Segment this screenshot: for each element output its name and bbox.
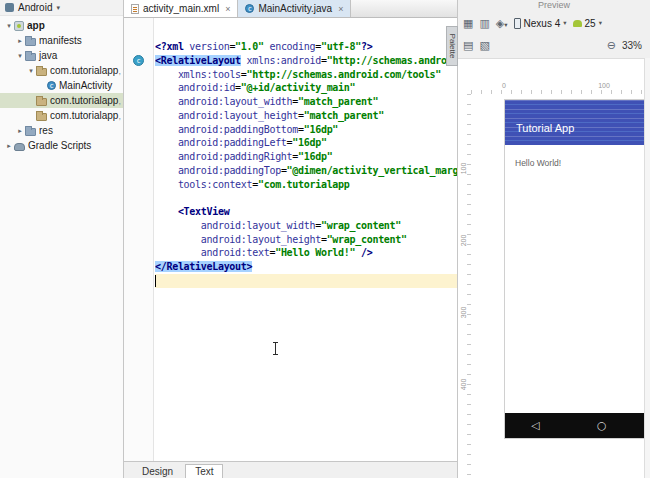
v-ruler-label: 400: [460, 377, 467, 393]
editor-tab-activity-main-xml[interactable]: activity_main.xml×: [124, 0, 238, 17]
tree-item-label: java: [39, 50, 57, 61]
api-level-label: 25: [585, 18, 596, 29]
code-token: "match_parent": [298, 96, 378, 107]
code-text[interactable]: <?xml version="1.0" encoding="utf-8"?><R…: [155, 40, 457, 288]
code-token: xmlns:android: [247, 55, 321, 66]
code-token: android:text: [201, 247, 270, 258]
tree-down-arrow-icon[interactable]: ▾: [4, 22, 14, 30]
code-token: "utf-8": [321, 41, 361, 52]
h-ruler-label: 100: [598, 82, 610, 89]
editor-tab-mainactivity-java[interactable]: cMainActivity.java×: [238, 0, 351, 17]
tree-down-arrow-icon[interactable]: ▾: [15, 52, 25, 60]
tree-right-arrow-icon[interactable]: ▸: [4, 142, 14, 150]
code-token: [155, 110, 178, 121]
tree-item-com-tutorialapp[interactable]: ▾com.tutorialapp,: [0, 63, 123, 78]
code-line: <RelativeLayout xmlns:android="http://sc…: [155, 54, 457, 68]
code-line: android:layout_width="wrap_content": [155, 219, 457, 233]
tree-item-suffix: ,: [118, 66, 121, 76]
orientation-icon[interactable]: ▤: [463, 40, 473, 51]
project-view-icon: [5, 3, 14, 12]
code-token: <TextView: [178, 206, 230, 217]
close-tab-icon[interactable]: ×: [225, 4, 230, 14]
code-token: android:paddingLeft: [178, 137, 287, 148]
code-token: "http://schemas.android.com/tools": [247, 69, 442, 80]
code-line: <?xml version="1.0" encoding="utf-8"?>: [155, 40, 457, 54]
tree-item-java[interactable]: ▾java: [0, 48, 123, 63]
api-level-selector[interactable]: 25 ▾: [573, 18, 602, 29]
code-line: [155, 191, 457, 205]
v-ruler-label: 200: [460, 233, 467, 249]
code-token: android:layout_height: [178, 110, 298, 121]
ui-variant-icon[interactable]: ▧: [479, 40, 489, 51]
editor-mode-tab-design[interactable]: Design: [132, 464, 183, 478]
tree-item-gradle-scripts[interactable]: ▸Gradle Scripts: [0, 138, 123, 153]
code-token: android:layout_height: [201, 234, 321, 245]
code-token: "16dp": [292, 137, 326, 148]
preview-scrollbar[interactable]: [644, 58, 650, 478]
tree-down-arrow-icon[interactable]: ▾: [26, 67, 36, 75]
tree-item-suffix: ,: [118, 111, 121, 121]
tree-item-com-tutorialapp[interactable]: com.tutorialapp,: [0, 93, 123, 108]
code-editor[interactable]: c <?xml version="1.0" encoding="utf-8"?>…: [124, 18, 457, 461]
folder-icon: [25, 38, 36, 46]
tree-item-res[interactable]: ▸res: [0, 123, 123, 138]
layout-options-icon[interactable]: ▦: [463, 18, 473, 29]
preview-toolbar-row1: ▦ ▥ ◈▾ Nexus 4 ▾ 25 ▾: [463, 13, 648, 33]
tree-item-label: com.tutorialapp: [50, 95, 118, 106]
code-line: android:id="@+id/activity_main": [155, 81, 457, 95]
tree-item-mainactivity[interactable]: cMainActivity: [0, 78, 123, 93]
palette-side-tab[interactable]: Palette: [446, 26, 458, 66]
code-token: [155, 96, 178, 107]
code-token: android:paddingTop: [178, 165, 281, 176]
class-icon: c: [245, 4, 254, 13]
code-token: android:paddingRight: [178, 151, 292, 162]
tree-item-com-tutorialapp[interactable]: com.tutorialapp,: [0, 108, 123, 123]
tree-item-label: com.tutorialapp: [50, 110, 118, 121]
theme-selector-icon[interactable]: ◈▾: [496, 18, 508, 29]
render-mode-icon[interactable]: ▥: [479, 18, 489, 29]
tree-right-arrow-icon[interactable]: ▸: [15, 37, 25, 45]
design-canvas[interactable]: 0100 100200300400 Tutorial App Hello Wor…: [458, 58, 644, 478]
code-token: </RelativeLayout>: [155, 261, 252, 272]
tree-right-arrow-icon[interactable]: ▸: [15, 127, 25, 135]
package-icon: [36, 113, 47, 121]
code-line: android:layout_width="match_parent": [155, 95, 457, 109]
chevron-down-icon: ▾: [599, 19, 602, 27]
preview-panel: Preview ▦ ▥ ◈▾ Nexus 4 ▾ 25 ▾ ▤ ▧ ⊖ 33%: [457, 0, 650, 478]
tree-item-suffix: ,: [118, 96, 121, 106]
gradle-icon: [14, 143, 25, 151]
tab-label: activity_main.xml: [143, 3, 219, 14]
text-caret: [155, 275, 156, 287]
code-token: android:layout_width: [201, 220, 315, 231]
project-panel: Android ▾ ▾app▸manifests▾java▾com.tutori…: [0, 0, 124, 478]
class-icon: c: [47, 81, 56, 90]
close-tab-icon[interactable]: ×: [338, 4, 343, 14]
code-line: </RelativeLayout>: [155, 260, 457, 274]
code-token: [155, 137, 178, 148]
code-line: android:text="Hello World!" />: [155, 246, 457, 260]
code-token: "16dp": [298, 151, 332, 162]
code-line: android:paddingBottom="16dp": [155, 123, 457, 137]
chevron-down-icon[interactable]: ▾: [56, 4, 60, 12]
editor-mode-tab-text[interactable]: Text: [185, 464, 223, 478]
code-line: android:layout_height="wrap_content": [155, 233, 457, 247]
tree-item-manifests[interactable]: ▸manifests: [0, 33, 123, 48]
code-token: version: [189, 41, 229, 52]
code-token: "@+id/activity_main": [241, 82, 355, 93]
code-token: [155, 179, 178, 190]
tree-item-label: res: [39, 125, 53, 136]
code-line: [155, 274, 457, 288]
tab-label: MainActivity.java: [258, 3, 332, 14]
zoom-out-icon[interactable]: ⊖: [607, 40, 616, 51]
code-token: android:layout_width: [178, 96, 292, 107]
gutter-marker-icon[interactable]: c: [133, 55, 144, 66]
tree-item-app[interactable]: ▾app: [0, 18, 123, 33]
navigation-bar: ◁ ○ ▢: [505, 413, 644, 438]
code-token: <RelativeLayout: [155, 55, 241, 66]
code-token: encoding: [269, 41, 315, 52]
project-view-selector[interactable]: Android: [18, 2, 52, 13]
editor-gutter[interactable]: c: [124, 18, 154, 461]
device-selector[interactable]: Nexus 4 ▾: [514, 18, 567, 29]
code-token: [155, 165, 178, 176]
code-token: "match_parent": [304, 110, 384, 121]
